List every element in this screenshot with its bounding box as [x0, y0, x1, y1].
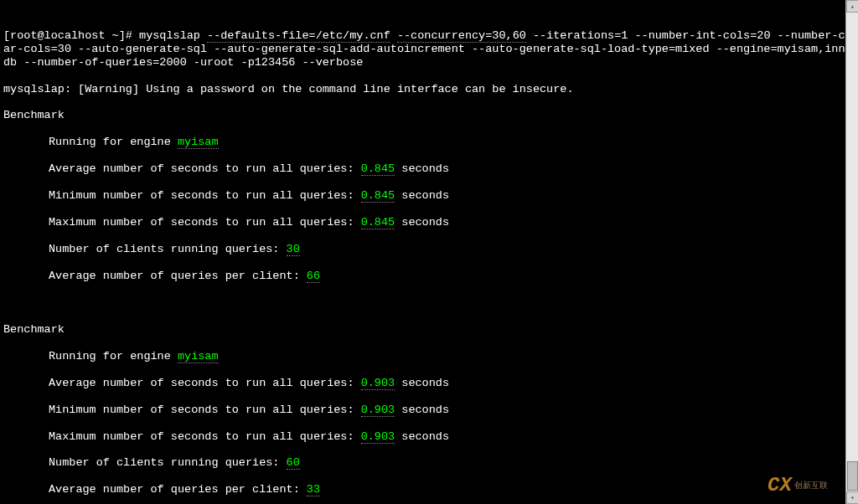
qpc-line: Average number of queries per client: 33 [3, 483, 855, 496]
min-value: 0.903 [361, 404, 395, 417]
max-value: 0.845 [361, 216, 395, 229]
blank-line [3, 296, 855, 310]
min-line: Minimum number of seconds to run all que… [3, 189, 855, 203]
min-value: 0.845 [361, 189, 395, 203]
engine-line: Running for engine myisam [3, 136, 855, 149]
command-line: [root@localhost ~]# mysqlslap --defaults… [3, 29, 855, 69]
clients-value: 30 [287, 243, 300, 256]
cmd-part-1: mysqlslap [139, 29, 207, 42]
max-line: Maximum number of seconds to run all que… [3, 430, 855, 444]
qpc-value: 33 [307, 483, 320, 496]
clients-line: Number of clients running queries: 30 [3, 243, 855, 256]
engine-name: myisam [178, 350, 219, 363]
min-line: Minimum number of seconds to run all que… [3, 404, 855, 417]
clients-line: Number of clients running queries: 60 [3, 456, 855, 470]
scrollbar[interactable]: ▴ ▾ [845, 0, 858, 504]
engine-line: Running for engine myisam [3, 350, 855, 363]
cmd-defaults-file: --defaults-file=/etc/my.cnf [207, 29, 390, 43]
benchmark-header: Benchmark [3, 109, 855, 122]
avg-line: Average number of seconds to run all que… [3, 377, 855, 390]
qpc-value: 66 [307, 270, 320, 283]
avg-value: 0.845 [361, 162, 395, 176]
scroll-up-button[interactable]: ▴ [846, 0, 858, 13]
warning-line: mysqlslap: [Warning] Using a password on… [3, 83, 855, 96]
max-line: Maximum number of seconds to run all que… [3, 216, 855, 229]
watermark-text: 创新互联 [794, 482, 828, 491]
max-value: 0.903 [361, 430, 395, 444]
clients-value: 60 [287, 456, 300, 470]
prompt: [root@localhost ~]# [3, 29, 139, 42]
watermark-logo-icon: CX [768, 474, 792, 497]
avg-line: Average number of seconds to run all que… [3, 162, 855, 176]
cmd-concurrency: --concurrency=30,60 [397, 29, 526, 43]
scroll-thumb[interactable] [847, 461, 858, 491]
cmd-part-2 [390, 29, 397, 42]
scroll-down-button[interactable]: ▾ [846, 491, 858, 504]
benchmark-header: Benchmark [3, 323, 855, 337]
terminal-output: [root@localhost ~]# mysqlslap --defaults… [3, 3, 855, 504]
qpc-line: Average number of queries per client: 66 [3, 270, 855, 283]
avg-value: 0.903 [361, 377, 395, 390]
engine-name: myisam [178, 136, 219, 149]
watermark: CX 创新互联 [768, 471, 843, 501]
